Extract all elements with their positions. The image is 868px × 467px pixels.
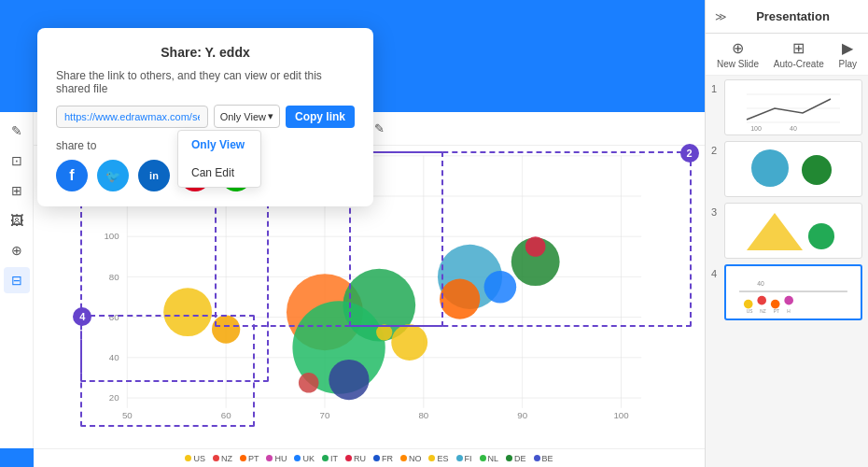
- svg-text:PT: PT: [774, 309, 779, 314]
- new-slide-icon: ⊕: [732, 39, 744, 57]
- slide-number-3: 3: [711, 206, 721, 218]
- twitter-share-button[interactable]: 🐦: [97, 160, 129, 191]
- svg-text:80: 80: [418, 410, 428, 420]
- legend-nz: NZ: [213, 454, 232, 463]
- svg-point-35: [329, 360, 369, 400]
- new-slide-button[interactable]: ⊕ New Slide: [717, 39, 759, 69]
- svg-text:70: 70: [320, 410, 330, 420]
- svg-point-38: [212, 315, 240, 343]
- legend-it: IT: [322, 454, 338, 463]
- svg-point-32: [525, 236, 546, 257]
- legend-nl: NL: [480, 454, 499, 463]
- svg-text:90: 90: [517, 410, 527, 420]
- legend-fr: FR: [373, 454, 393, 463]
- panel-title: Presentation: [727, 9, 859, 23]
- svg-text:50: 50: [122, 410, 133, 420]
- svg-text:US: US: [747, 309, 753, 314]
- play-button[interactable]: ▶ Play: [839, 39, 857, 69]
- slide-thumb-2[interactable]: [724, 141, 862, 197]
- play-icon: ▶: [842, 39, 853, 57]
- svg-text:H: H: [787, 309, 791, 314]
- svg-point-48: [802, 155, 832, 185]
- slide-number-4: 4: [711, 268, 721, 279]
- dropdown-only-view[interactable]: Only View: [178, 131, 260, 159]
- left-sidebar: ✎ ⊡ ⊞ 🖼 ⊕ ⊟: [0, 112, 34, 448]
- svg-text:100: 100: [613, 410, 629, 420]
- permission-select[interactable]: Only View ▾: [214, 105, 280, 128]
- legend-fi: FI: [456, 454, 472, 463]
- chart-legend: US NZ PT HU UK IT RU FR NO ES FI NL DE B…: [34, 448, 705, 467]
- svg-point-34: [299, 373, 319, 393]
- sidebar-icon-presentation[interactable]: ⊟: [4, 267, 30, 293]
- svg-text:40: 40: [109, 352, 119, 362]
- slide-thumb-1[interactable]: 40 100: [724, 79, 862, 135]
- legend-uk: UK: [294, 454, 315, 463]
- auto-create-label: Auto-Create: [774, 59, 824, 69]
- svg-point-54: [744, 300, 753, 309]
- legend-hu: HU: [266, 454, 287, 463]
- svg-point-55: [757, 296, 766, 305]
- svg-text:40: 40: [790, 125, 797, 132]
- legend-es: ES: [428, 454, 448, 463]
- svg-text:100: 100: [750, 125, 762, 132]
- facebook-share-button[interactable]: f: [56, 160, 88, 191]
- modal-link-row: Only View ▾ Copy link Only View Can Edit: [56, 105, 355, 128]
- legend-pt: PT: [240, 454, 259, 463]
- slide-item-3[interactable]: 3: [711, 203, 862, 259]
- legend-de: DE: [506, 454, 526, 463]
- svg-point-50: [808, 223, 834, 249]
- svg-point-37: [391, 324, 427, 361]
- svg-text:80: 80: [109, 272, 119, 282]
- svg-point-56: [771, 300, 780, 309]
- legend-us: US: [185, 454, 205, 463]
- slide-number-1: 1: [711, 83, 721, 94]
- slide-item-2[interactable]: 2: [711, 141, 862, 197]
- modal-description: Share the link to others, and they can v…: [56, 69, 355, 95]
- permission-arrow-icon: ▾: [268, 110, 273, 122]
- play-label: Play: [839, 59, 857, 69]
- svg-point-36: [376, 324, 392, 340]
- slide-thumb-3[interactable]: [724, 203, 862, 259]
- svg-point-57: [784, 296, 793, 305]
- svg-text:60: 60: [221, 410, 231, 420]
- slide-thumb-4[interactable]: 40 US NZ PT H: [724, 264, 862, 320]
- auto-create-button[interactable]: ⊞ Auto-Create: [774, 39, 824, 69]
- svg-point-39: [163, 288, 212, 336]
- permission-dropdown: Only View Can Edit: [177, 130, 261, 188]
- sidebar-icon-edit[interactable]: ✎: [4, 118, 30, 144]
- new-slide-label: New Slide: [717, 59, 759, 69]
- svg-text:40: 40: [757, 280, 764, 287]
- svg-text:20: 20: [109, 392, 119, 403]
- panel-collapse-button[interactable]: ≫: [715, 10, 727, 23]
- svg-text:NZ: NZ: [760, 309, 765, 314]
- legend-no: NO: [400, 454, 422, 463]
- linkedin-share-button[interactable]: in: [138, 160, 170, 191]
- slides-list: 1 40 100 2: [706, 76, 868, 467]
- share-modal: Share: Y. eddx Share the link to others,…: [37, 28, 373, 206]
- sidebar-icon-grid[interactable]: ⊡: [4, 148, 30, 174]
- svg-rect-46: [728, 142, 859, 196]
- svg-point-47: [751, 149, 789, 187]
- svg-point-30: [440, 279, 480, 319]
- legend-ru: RU: [345, 454, 366, 463]
- link-input[interactable]: [56, 106, 208, 128]
- dropdown-can-edit[interactable]: Can Edit: [178, 159, 260, 187]
- sidebar-icon-shape[interactable]: ⊞: [4, 177, 30, 204]
- sidebar-icon-image[interactable]: 🖼: [4, 207, 30, 234]
- permission-label: Only View: [220, 111, 266, 122]
- slide-item-1[interactable]: 1 40 100: [711, 79, 862, 135]
- panel-header: ≫ Presentation: [706, 0, 868, 34]
- slide-number-2: 2: [711, 145, 721, 156]
- auto-create-icon: ⊞: [792, 39, 805, 57]
- svg-text:60: 60: [109, 312, 119, 322]
- modal-title: Share: Y. eddx: [56, 45, 355, 60]
- svg-point-31: [484, 271, 517, 304]
- svg-text:100: 100: [104, 231, 119, 241]
- panel-toolbar: ⊕ New Slide ⊞ Auto-Create ▶ Play: [706, 34, 868, 76]
- right-panel: ≫ Presentation ⊕ New Slide ⊞ Auto-Create…: [705, 0, 868, 467]
- copy-link-button[interactable]: Copy link: [286, 106, 355, 128]
- sidebar-icon-zoom[interactable]: ⊕: [4, 237, 30, 263]
- slide-item-4[interactable]: 4 40 US NZ PT H: [711, 264, 862, 320]
- legend-be: BE: [534, 454, 553, 463]
